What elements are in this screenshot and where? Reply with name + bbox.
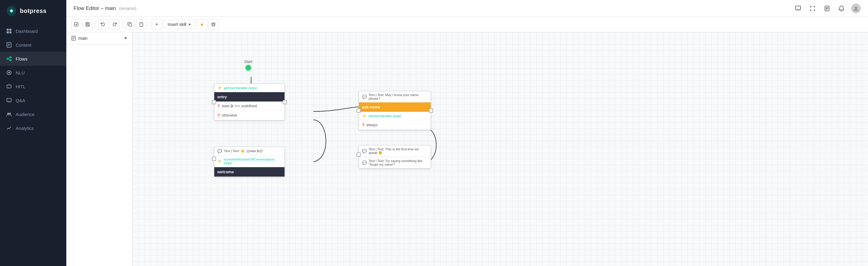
sidebar-item-dashboard[interactable]: Dashboard [0,24,66,38]
chat-icon-btn[interactable] [793,4,803,13]
sidebar-item-label: Dashboard [16,29,38,34]
nlu-icon [6,70,12,76]
svg-point-10 [7,58,8,60]
first-time-node[interactable]: 💬 Text | Text: This is the first time we… [359,145,431,169]
sidebar-item-hitl[interactable]: HITL [0,79,66,93]
sidebar-item-analytics[interactable]: Analytics [0,121,66,135]
logo-text: botpress [20,7,46,14]
ask-name-node[interactable]: 💬 Text | Text: May I know your name plea… [359,91,431,130]
svg-rect-4 [7,31,9,33]
sidebar-item-flows[interactable]: Flows [0,52,66,66]
flow-name: main [71,36,87,41]
insert-skill-button[interactable]: Insert skill [163,20,195,29]
chat-icon-2: 💬 [217,149,222,153]
sidebar-item-label: Content [16,42,32,47]
svg-point-16 [8,72,10,73]
start-label: Start [244,59,252,64]
first-time-header-1: 💬 Text | Text: This is the first time we… [359,145,431,157]
bell-icon-btn[interactable] [837,4,846,13]
sidebar: botpress Dashboard Content Flows [0,0,66,266]
qa-icon [6,97,12,103]
sidebar-item-label: NLU [16,70,25,75]
svg-rect-32 [140,23,143,27]
welcome-header: 💬 Text | Text: 👋, {{state.$r}}! [214,147,284,156]
sidebar-item-qa[interactable]: Q&A [0,93,66,107]
toolbar: + Insert skill ★ [66,17,868,32]
entry-condition-1: ? state.$r !== undefined [214,102,284,111]
entry-left-port[interactable] [212,100,216,104]
delete-button[interactable] [208,19,218,30]
main-area: Flow Editor – main (rename) [66,0,868,266]
avatar[interactable] [851,4,861,13]
redo-button[interactable] [110,19,120,30]
start-dot [246,65,251,70]
doc-small-icon [71,36,76,41]
svg-line-14 [8,59,10,60]
sidebar-item-label: HITL [16,84,26,89]
svg-rect-17 [7,85,11,88]
analytics-icon [6,125,12,131]
insert-skill-label: Insert skill [167,22,186,27]
file-icon [6,42,12,48]
svg-marker-33 [188,24,191,25]
flows-icon [6,56,12,62]
sidebar-item-content[interactable]: Content [0,38,66,52]
welcome-header-text: Text | Text: 👋, {{state.$r}}! [224,149,263,153]
first-time-header-text-2: Text | Text: Try saying something like "… [369,159,428,166]
entry-condition-2-text: otherwise [222,113,237,118]
svg-rect-2 [7,29,9,31]
lightning-icon: ⚡ [217,86,222,90]
svg-point-20 [9,113,11,114]
entry-port-2[interactable] [283,100,287,104]
rename-link[interactable]: (rename) [119,6,136,11]
svg-rect-3 [9,29,11,31]
chat-icon-3: 💬 [362,149,367,153]
svg-rect-31 [129,24,132,26]
first-time-left-port[interactable] [356,153,361,157]
flow-selector-name: main [79,36,87,41]
welcome-node[interactable]: 💬 Text | Text: 👋, {{state.$r}}! ⚡ increm… [214,147,285,177]
chat-icon: 💬 [362,95,367,99]
expand-icon-btn[interactable] [808,4,817,13]
welcome-title: welcome [214,167,284,176]
flow-canvas[interactable]: Start ⚡ getUserVariable (args) entry ? s… [133,32,868,266]
sidebar-item-audience[interactable]: Audience [0,107,66,121]
favorite-button[interactable]: ★ [197,19,207,30]
toolbar-divider-3 [149,21,149,28]
svg-rect-34 [212,23,215,26]
sidebar-item-nlu[interactable]: NLU [0,66,66,79]
question-icon-2: ? [217,113,220,118]
new-button[interactable] [71,19,82,30]
undo-button[interactable] [98,19,108,30]
question-icon: ? [217,104,220,108]
sidebar-item-label: Audience [16,112,35,117]
flow-selector: main [66,32,133,266]
ask-name-action-text: setUserVariable (args) [368,114,401,118]
entry-header-text: getUserVariable (args) [224,86,257,90]
svg-line-13 [8,58,10,59]
ask-name-title: ask-name [359,102,431,112]
welcome-action-text: incrementNumberOfConversations (args) [224,158,281,165]
add-node-button[interactable]: + [152,19,162,30]
ask-name-port[interactable] [429,108,433,113]
copy-button[interactable] [125,19,135,30]
chat-icon-4: 💬 [362,161,367,165]
first-time-header-2: 💬 Text | Text: Try saying something like… [359,157,431,168]
entry-node[interactable]: ⚡ getUserVariable (args) entry ? state.$… [214,84,285,121]
svg-point-11 [10,57,11,58]
sidebar-item-label: Q&A [16,98,25,103]
lightning-icon-2: ⚡ [362,114,367,118]
first-time-header-text-1: Text | Text: This is the first time we s… [369,147,428,155]
audience-icon [6,111,12,117]
chevron-down-icon[interactable] [124,36,127,40]
welcome-left-port[interactable] [212,157,216,161]
paste-button[interactable] [136,19,147,30]
save-button[interactable] [83,19,93,30]
ask-name-left-port[interactable] [356,108,361,113]
entry-condition-2: ? otherwise [214,111,284,120]
grid-icon [6,28,12,34]
question-icon-3: ? [362,123,365,127]
header-actions [793,4,861,13]
doc-icon-btn[interactable] [822,4,832,13]
toolbar-divider-1 [95,21,96,28]
